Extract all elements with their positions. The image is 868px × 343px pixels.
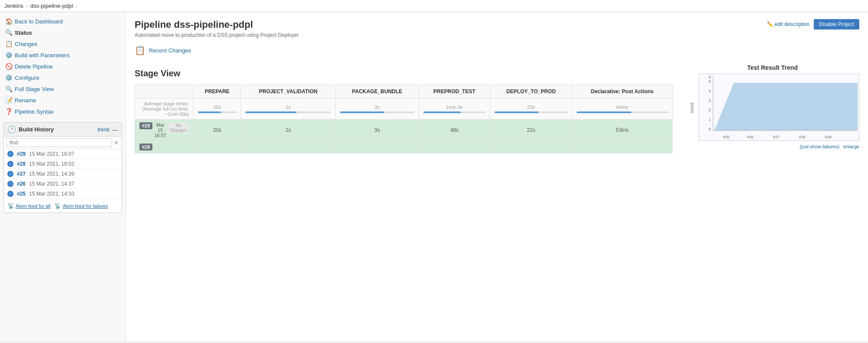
build-time-cell: 20s <box>193 120 241 141</box>
stage-col-header: PREPROD_TEST <box>419 85 490 98</box>
build-number-link[interactable]: #26 <box>17 181 26 187</box>
sidebar-item-build-with-parameters[interactable]: ⚙️ Build with Parameters <box>0 49 125 61</box>
sidebar-item-status[interactable]: 🔍 Status <box>0 27 125 38</box>
svg-text:#28: #28 <box>799 135 805 139</box>
rename-icon: 📝 <box>5 97 12 104</box>
edit-description-link[interactable]: ✏️ edit description <box>767 21 810 27</box>
sidebar-item-rename[interactable]: 📝 Rename <box>0 95 125 106</box>
avg-time-value: 1min 0s <box>446 105 463 110</box>
recent-changes-link[interactable]: Recent Changes <box>149 47 191 54</box>
build-number-link[interactable]: #28 <box>17 161 26 167</box>
build-history: 🕐 Build History trend — ✕ #29 15 Mar 202… <box>3 122 122 213</box>
atom-failures-link[interactable]: Atom feed for failures <box>63 203 108 209</box>
build-date: 15 Mar 2021, 16:02 <box>29 161 74 167</box>
stage-col-header: PROJECT_VALIDATION <box>241 85 336 98</box>
edit-icon: ✏️ <box>767 21 773 27</box>
content-area: Stage View PREPAREPROJECT_VALIDATIONPACK… <box>135 64 859 154</box>
test-result-trend-area: Test Result Trend count 0 1 2 3 4 5 6 <box>686 64 859 149</box>
build-list: #29 15 Mar 2021, 16:07 #28 15 Mar 2021, … <box>4 149 122 199</box>
build-label-cell: #29 Mar 1516:07 No Changes <box>135 120 194 141</box>
build-list-item: #25 15 Mar 2021, 14:33 <box>4 189 122 199</box>
build-number-link[interactable]: #27 <box>17 171 26 177</box>
atom-failures-icon: 📡 <box>54 203 61 209</box>
atom-all-link[interactable]: Atom feed for all <box>16 203 50 209</box>
header-top-actions: ✏️ edit description Disable Project <box>767 19 859 29</box>
sidebar-item-delete-pipeline[interactable]: 🚫 Delete Pipeline <box>0 61 125 72</box>
disable-project-button[interactable]: Disable Project <box>814 19 859 29</box>
build-time-cell <box>572 141 672 154</box>
sidebar-item-pipeline-syntax[interactable]: ❓ Pipeline Syntax <box>0 106 125 117</box>
build-date: 15 Mar 2021, 14:39 <box>29 171 74 177</box>
top-nav: Jenkins › dss-pipeline-pdpl › <box>0 0 868 12</box>
build-status-ball <box>7 181 13 187</box>
svg-text:1: 1 <box>709 118 711 122</box>
jenkins-nav-link[interactable]: Jenkins <box>4 3 23 9</box>
minus-button[interactable]: — <box>112 126 118 133</box>
sidebar-label-changes: Changes <box>15 41 37 47</box>
clock-icon: 🕐 <box>7 125 16 134</box>
full-stage-icon: 🔍 <box>5 85 12 92</box>
sidebar-item-full-stage-view[interactable]: 🔍 Full Stage View <box>0 83 125 95</box>
build-tag[interactable]: #28 <box>139 144 152 150</box>
svg-text:#27: #27 <box>773 135 779 139</box>
build-number-link[interactable]: #25 <box>17 191 26 197</box>
avg-time-row: Average stage times:(Average full run ti… <box>135 98 673 120</box>
build-time-cell: 22s <box>490 120 572 141</box>
trend-link[interactable]: trend <box>98 127 109 133</box>
stage-table-body: Average stage times:(Average full run ti… <box>135 98 673 154</box>
avg-time-cell: 1min 0s <box>419 98 490 120</box>
svg-text:#29: #29 <box>825 135 832 139</box>
avg-time-cell: 3s <box>336 98 419 120</box>
build-status-ball <box>7 171 13 177</box>
sidebar-item-changes[interactable]: 📋 Changes <box>0 38 125 49</box>
svg-text:4: 4 <box>709 89 711 93</box>
build-label-cell: #28 <box>135 141 194 154</box>
status-icon: 🔍 <box>5 29 12 36</box>
avg-label-text: Average stage times: <box>144 101 189 106</box>
recent-changes: 📋 Recent Changes <box>135 45 859 56</box>
trend-chart-container: count 0 1 2 3 4 5 6 #25 <box>686 74 859 142</box>
sidebar-item-configure[interactable]: ⚙️ Configure <box>0 72 125 83</box>
svg-text:0: 0 <box>709 127 711 131</box>
build-time-cell <box>419 141 490 154</box>
sidebar-label-rename: Rename <box>15 97 36 104</box>
no-changes-label: No Changes <box>168 122 189 134</box>
build-history-title: 🕐 Build History <box>7 125 54 134</box>
enlarge-link[interactable]: enlarge <box>843 144 859 149</box>
build-time-cell: 48s <box>419 120 490 141</box>
main-layout: 🏠 Back to Dashboard 🔍 Status 📋 Changes ⚙… <box>0 12 868 341</box>
build-list-item: #28 15 Mar 2021, 16:02 <box>4 159 122 169</box>
build-list-item: #29 15 Mar 2021, 16:07 <box>4 149 122 159</box>
atom-links: 📡 Atom feed for all 📡 Atom feed for fail… <box>4 199 122 212</box>
stage-table: PREPAREPROJECT_VALIDATIONPACKAGE_BUNDLEP… <box>135 85 673 154</box>
just-show-failures-link[interactable]: (just show failures) <box>799 144 839 149</box>
stage-header-row: PREPAREPROJECT_VALIDATIONPACKAGE_BUNDLEP… <box>135 85 673 98</box>
find-clear-button[interactable]: ✕ <box>114 139 119 146</box>
atom-all-icon: 📡 <box>7 203 14 209</box>
svg-text:5: 5 <box>709 79 711 84</box>
find-input[interactable] <box>7 138 112 147</box>
sidebar: 🏠 Back to Dashboard 🔍 Status 📋 Changes ⚙… <box>0 12 126 341</box>
build-history-actions: trend — <box>98 126 118 133</box>
sidebar-label-back: Back to Dashboard <box>15 18 63 25</box>
avg-time-cell: 1s <box>241 98 336 120</box>
avg-time-cell: 64ms <box>572 98 672 120</box>
build-tag[interactable]: #29 <box>139 122 152 129</box>
page-title: Pipeline dss-pipeline-pdpl <box>135 19 859 30</box>
svg-text:#26: #26 <box>747 135 753 139</box>
back-icon: 🏠 <box>5 18 12 25</box>
stage-col-header: DEPLOY_TO_PROD <box>490 85 572 98</box>
stage-col-header: PACKAGE_BUNDLE <box>336 85 419 98</box>
sidebar-item-back-to-dashboard[interactable]: 🏠 Back to Dashboard <box>0 16 125 27</box>
configure-icon: ⚙️ <box>5 74 12 81</box>
avg-time-value: 64ms <box>616 105 628 110</box>
avg-run-label: (Average full run time: ~1min 50s) <box>142 106 189 117</box>
main-content: Pipeline dss-pipeline-pdpl Automated mov… <box>126 12 868 341</box>
pipeline-nav-link[interactable]: dss-pipeline-pdpl <box>30 3 73 9</box>
build-data-row: #29 Mar 1516:07 No Changes 20s1s3s48s22s… <box>135 120 673 141</box>
svg-text:3: 3 <box>709 98 711 103</box>
stage-view-title: Stage View <box>135 69 673 78</box>
trend-chart-title: Test Result Trend <box>686 64 859 71</box>
build-number-link[interactable]: #29 <box>17 151 26 157</box>
stage-col-header: Declarative: Post Actions <box>572 85 672 98</box>
